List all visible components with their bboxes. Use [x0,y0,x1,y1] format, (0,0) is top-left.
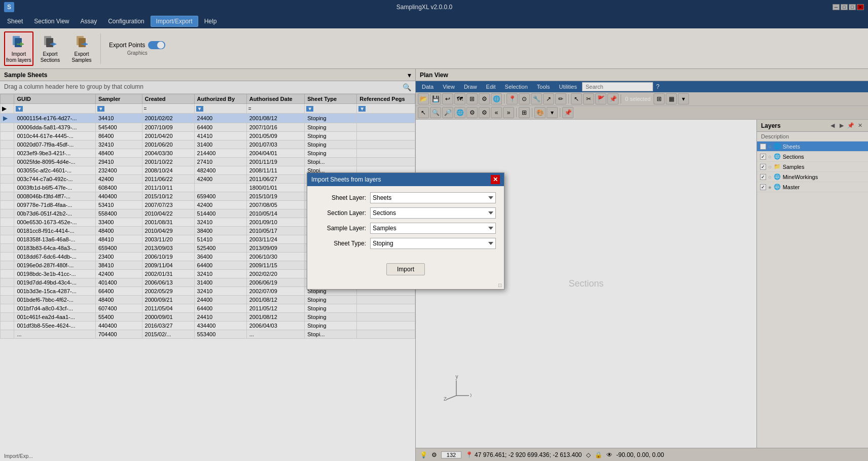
sheet-type-label: Sheet Type: [315,240,366,247]
import-sheets-modal: Import Sheets from layers ✕ Sheet Layer:… [307,172,504,290]
sample-layer-row: Sample Layer: Samples Sheets Sections [315,223,496,234]
section-layer-row: Section Layer: Sections Sheets Samples [315,207,496,219]
modal-close-button[interactable]: ✕ [491,175,500,184]
section-layer-select[interactable]: Sections Sheets Samples [370,207,496,219]
import-button[interactable]: Import [386,263,425,275]
modal-overlay: Import Sheets from layers ✕ Sheet Layer:… [0,0,868,461]
modal-resize-handle[interactable]: ⊡ [307,281,504,289]
modal-title: Import Sheets from layers [311,176,381,183]
sheet-type-row: Sheet Type: Stoping Development Blast [315,238,496,249]
sheet-layer-label: Sheet Layer: [315,194,366,201]
modal-footer: Import [307,259,504,281]
modal-title-bar: Import Sheets from layers ✕ [307,173,504,186]
sheet-type-select[interactable]: Stoping Development Blast [370,238,496,249]
sheet-layer-select[interactable]: Sheets Sections Samples [370,192,496,203]
sheet-layer-row: Sheet Layer: Sheets Sections Samples [315,192,496,203]
section-layer-label: Section Layer: [315,209,366,217]
modal-body: Sheet Layer: Sheets Sections Samples Sec… [307,186,504,259]
sample-layer-label: Sample Layer: [315,225,366,232]
sample-layer-select[interactable]: Samples Sheets Sections [370,223,496,234]
